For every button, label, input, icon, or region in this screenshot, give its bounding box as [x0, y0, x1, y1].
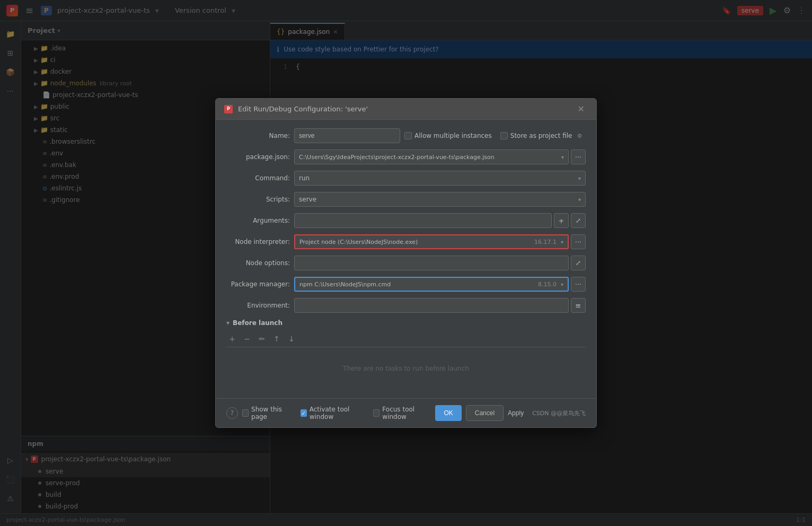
- scripts-value: serve: [299, 196, 316, 203]
- footer-checkboxes: Show this page ✓ Activate tool window Fo…: [242, 406, 431, 420]
- package-manager-dropdown[interactable]: npm C:\Users\NodeJS\npm.cmd 8.15.0: [294, 277, 569, 292]
- add-task-button[interactable]: +: [226, 333, 238, 345]
- modal-body: Name: Allow multiple instances Store as …: [216, 120, 596, 398]
- modal-title-icon: P: [224, 105, 233, 113]
- arguments-add-button[interactable]: +: [554, 213, 569, 228]
- node-version-label: 16.17.1: [534, 239, 557, 246]
- environment-row: Environment: ≡: [226, 298, 586, 313]
- edit-task-button[interactable]: ✏: [256, 333, 268, 345]
- arguments-label: Arguments:: [226, 217, 290, 224]
- package-manager-value: npm C:\Users\NodeJS\npm.cmd: [299, 281, 538, 288]
- name-input[interactable]: [294, 128, 400, 143]
- modal-overlay: P Edit Run/Debug Configuration: 'serve' …: [0, 0, 812, 526]
- store-project-checkbox[interactable]: Store as project file ⚙: [500, 132, 582, 139]
- command-row: Command: run: [226, 171, 586, 186]
- apply-button[interactable]: Apply: [508, 409, 524, 417]
- show-page-checkbox[interactable]: Show this page: [242, 406, 292, 420]
- package-json-dropdown[interactable]: C:\Users\Sgy\IdeaProjects\project-xczx2-…: [294, 150, 569, 164]
- arguments-input[interactable]: [294, 213, 552, 228]
- scripts-dropdown[interactable]: serve: [294, 192, 586, 207]
- package-json-dropdown-row: C:\Users\Sgy\IdeaProjects\project-xczx2-…: [294, 150, 586, 164]
- node-chevron-icon: [561, 239, 563, 245]
- allow-multiple-checkbox[interactable]: Allow multiple instances: [404, 132, 492, 139]
- node-options-field-group: ⤢: [294, 256, 586, 270]
- store-project-cb-box[interactable]: [500, 132, 508, 139]
- scripts-label: Scripts:: [226, 196, 290, 203]
- package-manager-browse-button[interactable]: ···: [571, 277, 586, 292]
- package-json-value: C:\Users\Sgy\IdeaProjects\project-xczx2-…: [299, 154, 495, 161]
- node-interpreter-row: Node interpreter: Project node (C:\Users…: [226, 234, 586, 249]
- store-project-label: Store as project file: [510, 132, 572, 139]
- remove-task-button[interactable]: −: [241, 333, 253, 345]
- package-manager-version: 8.15.0: [538, 281, 557, 288]
- modal-footer: ? Show this page ✓ Activate tool window …: [216, 398, 596, 427]
- node-interpreter-dropdown[interactable]: Project node (C:\Users\NodeJS\node.exe) …: [294, 234, 569, 249]
- node-interpreter-value: Project node (C:\Users\NodeJS\node.exe): [299, 239, 534, 246]
- store-project-help-icon: ⚙: [577, 133, 582, 139]
- environment-label: Environment:: [226, 302, 290, 309]
- move-down-task-button[interactable]: ↓: [286, 333, 297, 345]
- arguments-row: Arguments: + ⤢: [226, 213, 586, 228]
- package-json-label: package.json:: [226, 153, 290, 161]
- activate-tool-checkbox[interactable]: ✓ Activate tool window: [301, 406, 365, 420]
- node-options-expand-button[interactable]: ⤢: [571, 256, 586, 270]
- modal-close-button[interactable]: ✕: [575, 103, 588, 115]
- pkg-chevron-icon: [561, 282, 563, 287]
- before-launch-chevron-icon: ▾: [226, 319, 230, 327]
- arguments-field-group: + ⤢: [294, 213, 586, 228]
- ok-button[interactable]: OK: [435, 405, 461, 421]
- node-options-row: Node options: ⤢: [226, 256, 586, 270]
- package-manager-row: Package manager: npm C:\Users\NodeJS\npm…: [226, 277, 586, 292]
- package-manager-dropdown-row: npm C:\Users\NodeJS\npm.cmd 8.15.0 ···: [294, 277, 586, 292]
- command-label: Command:: [226, 174, 290, 182]
- cancel-button[interactable]: Cancel: [466, 405, 504, 421]
- node-options-input[interactable]: [294, 256, 569, 270]
- command-dropdown[interactable]: run: [294, 171, 586, 186]
- empty-tasks-message: There are no tasks to run before launch: [343, 365, 469, 372]
- allow-multiple-label: Allow multiple instances: [414, 132, 492, 139]
- scripts-row: Scripts: serve: [226, 192, 586, 207]
- checkbox-group: Allow multiple instances Store as projec…: [404, 132, 586, 139]
- move-up-task-button[interactable]: ↑: [271, 333, 283, 345]
- node-interpreter-dropdown-row: Project node (C:\Users\NodeJS\node.exe) …: [294, 234, 586, 249]
- launch-toolbar: + − ✏ ↑ ↓: [226, 331, 586, 347]
- before-launch-header[interactable]: ▾ Before launch: [226, 319, 586, 327]
- show-page-cb-box[interactable]: [242, 409, 249, 417]
- package-json-chevron-icon: [561, 154, 564, 160]
- csdn-label: CSDN @@菜鸟先飞: [532, 409, 586, 417]
- arguments-expand-button[interactable]: ⤢: [571, 213, 586, 228]
- focus-tool-checkbox[interactable]: Focus tool window: [373, 406, 431, 420]
- scripts-chevron-icon: [578, 197, 581, 203]
- node-options-label: Node options:: [226, 259, 290, 267]
- name-label: Name:: [226, 132, 290, 139]
- modal-title: Edit Run/Debug Configuration: 'serve': [238, 105, 569, 113]
- modal-header: P Edit Run/Debug Configuration: 'serve' …: [216, 99, 596, 120]
- activate-tool-cb-box[interactable]: ✓: [301, 409, 307, 417]
- node-interpreter-browse-button[interactable]: ···: [571, 234, 586, 249]
- environment-field-group: ≡: [294, 298, 586, 313]
- focus-tool-label: Focus tool window: [382, 406, 431, 420]
- environment-input[interactable]: [294, 298, 569, 313]
- name-row: Name: Allow multiple instances Store as …: [226, 128, 586, 143]
- package-json-row: package.json: C:\Users\Sgy\IdeaProjects\…: [226, 150, 586, 164]
- allow-multiple-cb-box[interactable]: [404, 132, 412, 139]
- show-page-label: Show this page: [251, 406, 292, 420]
- launch-empty-area: There are no tasks to run before launch: [226, 347, 586, 390]
- package-json-browse-button[interactable]: ···: [571, 150, 586, 164]
- help-button[interactable]: ?: [226, 407, 238, 419]
- node-interpreter-label: Node interpreter:: [226, 238, 290, 246]
- command-value: run: [299, 174, 310, 182]
- focus-tool-cb-box[interactable]: [373, 409, 379, 417]
- run-debug-config-modal: P Edit Run/Debug Configuration: 'serve' …: [215, 98, 597, 428]
- activate-tool-label: Activate tool window: [310, 406, 365, 420]
- package-manager-label: Package manager:: [226, 280, 290, 288]
- before-launch-title: Before launch: [233, 319, 283, 327]
- command-chevron-icon: [578, 176, 581, 181]
- before-launch-section: ▾ Before launch + − ✏ ↑ ↓ There are no t…: [226, 319, 586, 390]
- environment-edit-button[interactable]: ≡: [571, 298, 586, 313]
